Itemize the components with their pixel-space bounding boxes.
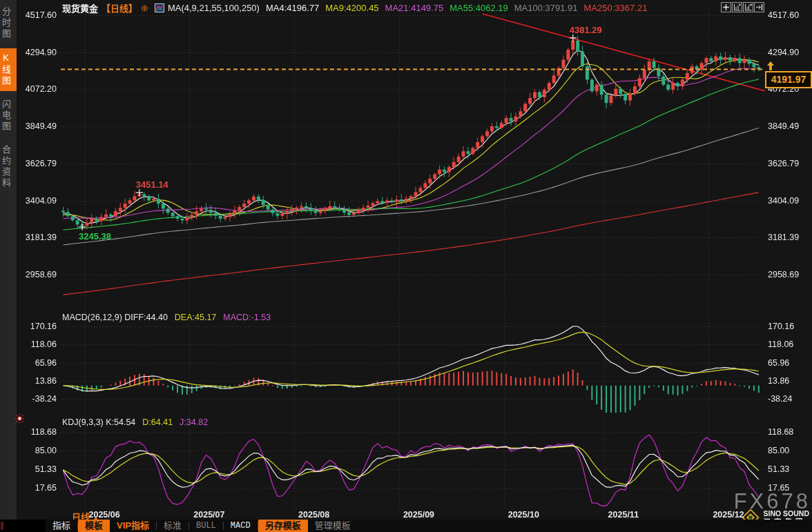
ma-settings-label: MA(4,9,21,55,100,250) bbox=[168, 3, 260, 13]
macd-y-tick-left: 13.86 bbox=[17, 376, 57, 386]
kdj-y-tick-right: 51.33 bbox=[768, 464, 811, 474]
ma9-value: MA9:4200.45 bbox=[325, 3, 378, 13]
macd-y-tick-left: 170.16 bbox=[17, 322, 57, 331]
kdj-y-tick-left: 51.33 bbox=[17, 464, 57, 474]
trading-app-window: 分时图 K线图 闪电图 合约资料 现货黄金 【日线】 ⊕ MA(4,9,21,5… bbox=[0, 0, 812, 532]
bottom-toolbar: 指标 模板 VIP指标 标准 BULL MACD 另存模板 管理模板 bbox=[0, 520, 812, 532]
chart-type-sidebar: 分时图 K线图 闪电图 合约资料 bbox=[0, 0, 17, 520]
main-y-tick-right: 4517.60 bbox=[768, 10, 811, 20]
ma21-value: MA21:4149.75 bbox=[385, 3, 444, 13]
move-pane-icon[interactable] bbox=[743, 2, 753, 12]
add-indicator-pane-icon[interactable] bbox=[732, 2, 742, 12]
kdj-header: KDJ(9,3,3) K:54.54 D:64.41 J:34.82 bbox=[62, 417, 208, 427]
macd-y-tick-left: 118.06 bbox=[17, 339, 57, 349]
x-axis-month-label: 2025/11 bbox=[608, 510, 639, 520]
collapse-panel-icon[interactable] bbox=[754, 2, 764, 12]
kdj-y-tick-right: 118.68 bbox=[768, 427, 811, 437]
last-price-badge: 4191.97 bbox=[765, 71, 812, 88]
tab-bull[interactable]: BULL bbox=[189, 520, 223, 532]
macd-diff-value: MACD(26,12,9) DIFF:44.40 bbox=[62, 313, 168, 322]
x-axis-month-label: 2025/07 bbox=[193, 510, 224, 520]
kdj-k-value: KDJ(9,3,3) K:54.54 bbox=[62, 417, 135, 427]
macd-y-tick-right: 170.16 bbox=[768, 322, 811, 331]
main-y-tick-left: 4517.60 bbox=[17, 10, 57, 20]
x-axis-month-label: 2025/06 bbox=[89, 510, 120, 520]
tab-indicators[interactable]: 指标 bbox=[46, 520, 77, 532]
chart-header: 现货黄金 【日线】 ⊕ MA(4,9,21,55,100,250) MA4:41… bbox=[62, 1, 647, 14]
mini-chart-icon[interactable] bbox=[155, 3, 164, 12]
crosshair-icon[interactable] bbox=[721, 2, 731, 12]
ma55-value: MA55:4062.19 bbox=[450, 3, 508, 13]
macd-y-tick-right: 118.06 bbox=[768, 339, 811, 349]
brand-name: SINO SOUND bbox=[763, 509, 809, 518]
sidebar-item-kline[interactable]: K线图 bbox=[0, 48, 17, 91]
annotation-peak-price: 4381.29 bbox=[570, 25, 602, 35]
main-y-tick-right: 3626.79 bbox=[768, 159, 811, 168]
tab-standard[interactable]: 标准 bbox=[157, 520, 188, 532]
ma4-value: MA4:4196.77 bbox=[266, 3, 319, 13]
main-y-tick-right: 4294.90 bbox=[768, 48, 811, 57]
main-y-tick-right: 2958.69 bbox=[768, 270, 811, 279]
tab-macd[interactable]: MACD bbox=[224, 520, 258, 532]
sidebar-item-timeshare[interactable]: 分时图 bbox=[0, 3, 17, 44]
kdj-d-value: D:64.41 bbox=[142, 417, 173, 427]
macd-bar-value: MACD:-1.53 bbox=[223, 313, 271, 322]
kdj-y-tick-right: 17.65 bbox=[768, 483, 811, 493]
tab-manage-templates[interactable]: 管理模板 bbox=[308, 520, 358, 532]
main-y-tick-right: 3404.09 bbox=[768, 196, 811, 206]
macd-y-tick-left: -38.24 bbox=[17, 394, 57, 404]
indicator-settings-icon[interactable] bbox=[14, 413, 25, 426]
kdj-y-tick-right: 85.00 bbox=[768, 446, 811, 455]
main-y-tick-left: 4072.20 bbox=[17, 84, 57, 94]
toolbar-spacer bbox=[0, 520, 46, 532]
period-selector[interactable]: 【日线】 bbox=[102, 1, 137, 14]
annotation-june-low: 3245.38 bbox=[79, 231, 111, 242]
tab-template[interactable]: 模板 bbox=[78, 520, 110, 532]
x-axis-month-label: 2025/09 bbox=[403, 510, 434, 520]
main-y-tick-left: 3181.39 bbox=[17, 233, 57, 242]
x-axis-month-label: 2025/12 bbox=[713, 510, 744, 520]
ma250-value: MA250:3367.21 bbox=[584, 3, 648, 13]
main-y-tick-left: 2958.69 bbox=[17, 270, 57, 279]
tab-save-template[interactable]: 另存模板 bbox=[258, 520, 308, 532]
sidebar-item-contract-info[interactable]: 合约资料 bbox=[0, 141, 17, 193]
chart-canvas[interactable] bbox=[0, 0, 812, 532]
expand-icon[interactable]: ⊕ bbox=[141, 3, 148, 13]
main-y-tick-left: 3404.09 bbox=[17, 196, 57, 206]
kdj-y-tick-left: 85.00 bbox=[17, 446, 57, 455]
toolbar-accent bbox=[1, 522, 3, 530]
x-axis-month-label: 2025/10 bbox=[508, 510, 539, 520]
macd-header: MACD(26,12,9) DIFF:44.40 DEA:45.17 MACD:… bbox=[62, 313, 271, 322]
macd-y-tick-right: 65.96 bbox=[768, 358, 811, 368]
kdj-y-tick-left: 17.65 bbox=[17, 483, 57, 493]
main-y-tick-left: 4294.90 bbox=[17, 48, 57, 57]
macd-dea-value: DEA:45.17 bbox=[175, 313, 216, 322]
kdj-y-tick-left: 118.68 bbox=[17, 427, 57, 437]
sidebar-item-lightning[interactable]: 闪电图 bbox=[0, 95, 17, 137]
annotation-june-high: 3451.14 bbox=[136, 179, 168, 190]
x-axis-month-label: 2025/08 bbox=[298, 510, 329, 520]
macd-y-tick-left: 65.96 bbox=[17, 358, 57, 368]
main-y-tick-right: 3181.39 bbox=[768, 233, 811, 242]
kdj-j-value: J:34.82 bbox=[180, 417, 208, 427]
macd-y-tick-right: -38.24 bbox=[768, 394, 811, 404]
tab-vip-indicators[interactable]: VIP指标 bbox=[110, 520, 156, 532]
main-y-tick-left: 3626.79 bbox=[17, 159, 57, 168]
price-up-arrow-icon bbox=[766, 61, 775, 73]
main-y-tick-right: 3849.49 bbox=[768, 121, 811, 131]
macd-y-tick-right: 13.86 bbox=[768, 376, 811, 386]
ma100-value: MA100:3791.91 bbox=[514, 3, 578, 13]
main-y-tick-left: 3849.49 bbox=[17, 121, 57, 131]
symbol-name: 现货黄金 bbox=[62, 1, 98, 14]
